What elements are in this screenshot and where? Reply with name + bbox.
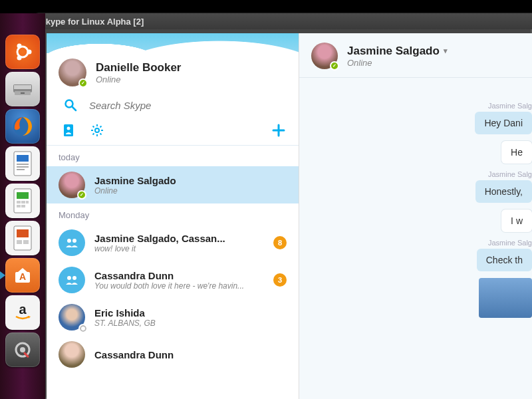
conversation-sub: Online (94, 186, 176, 196)
conversation-item[interactable]: Jasmine Salgado, Cassan... wow! love it … (47, 224, 299, 261)
svg-rect-7 (21, 92, 25, 94)
window-titlebar[interactable]: Skype for Linux Alpha [2] (33, 13, 532, 29)
message-bubble[interactable]: I w (501, 209, 532, 232)
svg-rect-10 (17, 155, 29, 162)
conversation-name: Cassandra Dunn (94, 349, 174, 360)
sidebar: Danielle Booker Online (47, 33, 299, 399)
window-chrome: Skype for Linux Alpha [2] Danielle Booke… (33, 13, 532, 399)
conversation-sub: wow! love it (94, 244, 225, 253)
chat-pane: Jasmine Salgado ▾ Online Jasmine SalgHey… (299, 33, 532, 399)
chat-header: Jasmine Salgado ▾ Online (299, 33, 532, 78)
contacts-icon[interactable] (63, 124, 74, 137)
chat-contact-name[interactable]: Jasmine Salgado ▾ (347, 45, 448, 58)
conversation-item[interactable]: Cassandra Dunn (47, 336, 299, 373)
presence-online-icon (77, 190, 86, 200)
message-bubble[interactable]: Check th (477, 249, 532, 271)
launcher-impress[interactable] (5, 221, 40, 255)
chat-contact-status: Online (347, 58, 448, 68)
skype-window: Danielle Booker Online (47, 33, 532, 399)
chevron-down-icon[interactable]: ▾ (444, 47, 448, 55)
sidebar-toolbar (47, 118, 299, 146)
presence-online-icon (78, 78, 88, 88)
group-icon (59, 267, 85, 293)
unity-launcher: A a (0, 13, 45, 399)
message-sender: Jasmine Salg (332, 102, 532, 110)
svg-rect-5 (14, 85, 31, 89)
launcher-files[interactable] (5, 72, 40, 106)
chat-avatar[interactable] (311, 43, 338, 69)
svg-point-31 (66, 100, 73, 108)
group-icon (59, 229, 85, 256)
search-row (47, 96, 299, 118)
svg-rect-16 (17, 201, 21, 203)
svg-line-32 (72, 107, 76, 110)
message-list: Jasmine SalgHey Dani He Jasmine SalgHone… (299, 78, 532, 399)
svg-point-2 (17, 44, 22, 49)
launcher-software[interactable]: A (5, 258, 40, 293)
svg-line-40 (93, 126, 94, 128)
svg-line-41 (100, 134, 102, 135)
svg-point-35 (95, 128, 99, 132)
conversation-name: Cassandra Dunn (94, 270, 244, 281)
svg-point-49 (72, 276, 76, 280)
conversation-sub: ST. ALBANS, GB (94, 319, 156, 328)
svg-point-3 (17, 56, 22, 61)
svg-rect-19 (17, 205, 21, 207)
my-profile[interactable]: Danielle Booker Online (47, 53, 299, 96)
svg-rect-18 (26, 201, 29, 203)
message-bubble[interactable]: Hey Dani (475, 112, 532, 134)
svg-line-43 (100, 126, 102, 128)
message-image[interactable] (479, 278, 532, 318)
conversation-item[interactable]: Jasmine Salgado Online (47, 166, 299, 203)
svg-point-34 (67, 127, 70, 130)
conversation-name: Jasmine Salgado (94, 175, 176, 186)
svg-point-47 (72, 239, 76, 243)
message-bubble[interactable]: He (501, 141, 532, 164)
svg-rect-13 (17, 169, 25, 170)
launcher-calc[interactable] (5, 184, 40, 218)
my-name: Danielle Booker (96, 61, 182, 74)
svg-text:A: A (19, 271, 26, 282)
svg-rect-17 (21, 201, 25, 203)
my-status[interactable]: Online (96, 74, 182, 84)
conversation-item[interactable]: Eric Ishida ST. ALBANS, GB (47, 299, 299, 336)
launcher-writer[interactable] (5, 146, 40, 181)
presence-online-icon (330, 61, 339, 70)
message-bubble[interactable]: Honestly, (475, 180, 532, 203)
window-title: Skype for Linux Alpha [2] (40, 17, 144, 27)
svg-text:a: a (19, 302, 27, 317)
presence-offline-icon (78, 324, 88, 333)
svg-rect-15 (17, 192, 29, 199)
my-avatar[interactable] (59, 59, 86, 86)
launcher-settings[interactable] (5, 332, 40, 367)
svg-rect-23 (17, 240, 22, 244)
unread-badge: 8 (273, 236, 287, 249)
launcher-active-indicator (0, 271, 5, 279)
svg-rect-33 (64, 124, 73, 136)
svg-point-48 (67, 276, 71, 280)
conversation-sub: You would both love it here - we're havi… (94, 281, 244, 291)
svg-point-46 (67, 239, 71, 243)
conversation-name: Jasmine Salgado, Cassan... (94, 233, 225, 244)
svg-point-29 (20, 347, 25, 352)
svg-point-1 (27, 50, 32, 55)
svg-rect-20 (21, 205, 25, 207)
svg-rect-24 (23, 240, 29, 244)
search-icon[interactable] (64, 98, 77, 112)
contact-avatar (59, 341, 85, 368)
gear-icon[interactable] (90, 124, 104, 137)
conversation-item[interactable]: Cassandra Dunn You would both love it he… (47, 261, 299, 299)
svg-rect-12 (17, 166, 29, 168)
svg-rect-22 (17, 229, 29, 237)
launcher-ubuntu[interactable] (5, 35, 40, 69)
launcher-amazon[interactable]: a (5, 295, 40, 330)
add-icon[interactable] (272, 124, 285, 137)
contact-avatar (59, 172, 85, 198)
conversation-name: Eric Ishida (94, 307, 156, 319)
svg-line-42 (93, 134, 94, 135)
contact-avatar (59, 304, 85, 331)
search-input[interactable] (89, 100, 287, 111)
svg-rect-11 (17, 164, 29, 165)
launcher-firefox[interactable] (5, 109, 40, 144)
section-label: today (47, 146, 299, 166)
